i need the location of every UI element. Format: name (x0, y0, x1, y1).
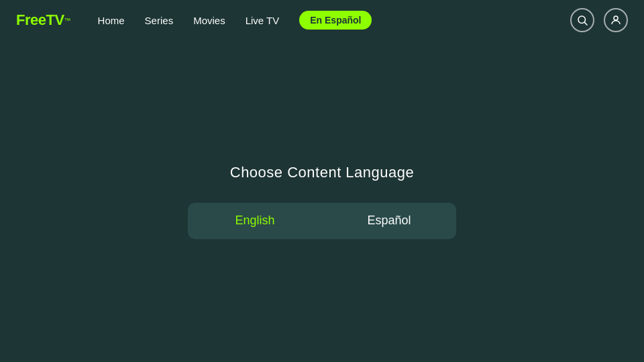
logo-tm: ™ (64, 17, 71, 24)
nav-links: Home Series Movies Live TV En Español (98, 11, 570, 30)
svg-point-0 (578, 16, 586, 24)
english-button[interactable]: English (188, 203, 322, 239)
espanol-button[interactable]: Español (322, 203, 456, 239)
logo-text: FreeTV (16, 11, 64, 29)
svg-point-2 (614, 16, 618, 20)
logo: FreeTV™ (16, 11, 71, 29)
navbar: FreeTV™ Home Series Movies Live TV En Es… (0, 0, 644, 40)
nav-home[interactable]: Home (98, 15, 125, 26)
nav-icons (570, 8, 628, 32)
main-content: Choose Content Language English Español (0, 40, 644, 362)
user-button[interactable] (604, 8, 628, 32)
nav-livetv[interactable]: Live TV (246, 15, 280, 26)
nav-movies[interactable]: Movies (193, 15, 225, 26)
search-icon (576, 14, 588, 26)
choose-language-title: Choose Content Language (230, 164, 415, 181)
user-icon (610, 14, 622, 26)
espanol-toggle-button[interactable]: En Español (299, 11, 372, 30)
language-buttons: English Español (188, 203, 456, 239)
search-button[interactable] (570, 8, 594, 32)
nav-series[interactable]: Series (145, 15, 174, 26)
svg-line-1 (584, 22, 587, 25)
